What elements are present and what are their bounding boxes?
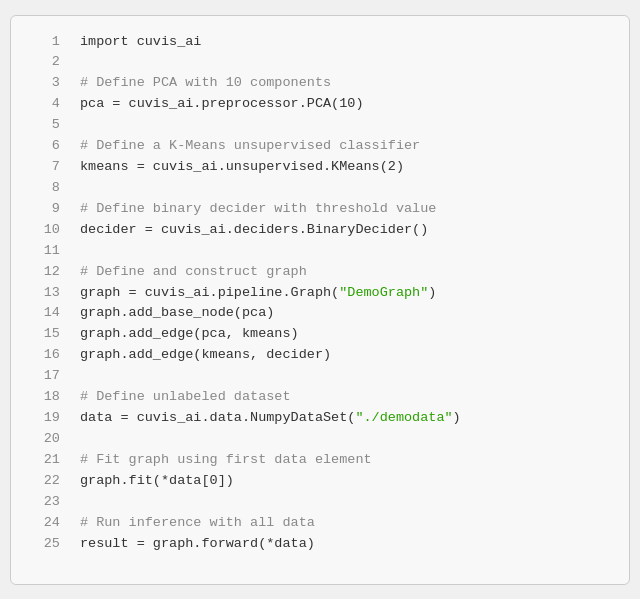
line-number: 12 xyxy=(19,262,76,283)
token-plain: pca = cuvis_ai.preprocessor.PCA(10) xyxy=(80,96,364,111)
token-comment: # Define and construct graph xyxy=(80,264,307,279)
code-line: 16graph.add_edge(kmeans, decider) xyxy=(19,345,621,366)
code-line: 21# Fit graph using first data element xyxy=(19,450,621,471)
line-number: 8 xyxy=(19,178,76,199)
code-line: 20 xyxy=(19,429,621,450)
line-content: graph.fit(*data[0]) xyxy=(76,471,621,492)
line-number: 3 xyxy=(19,73,76,94)
code-line: 22graph.fit(*data[0]) xyxy=(19,471,621,492)
code-line: 6# Define a K-Means unsupervised classif… xyxy=(19,136,621,157)
code-line: 23 xyxy=(19,492,621,513)
token-comment: # Run inference with all data xyxy=(80,515,315,530)
line-content: # Fit graph using first data element xyxy=(76,450,621,471)
line-number: 20 xyxy=(19,429,76,450)
token-plain: kmeans = cuvis_ai.unsupervised.KMeans(2) xyxy=(80,159,404,174)
code-line: 4pca = cuvis_ai.preprocessor.PCA(10) xyxy=(19,94,621,115)
code-line: 2 xyxy=(19,52,621,73)
token-comment: # Fit graph using first data element xyxy=(80,452,372,467)
code-line: 25result = graph.forward(*data) xyxy=(19,534,621,555)
line-number: 9 xyxy=(19,199,76,220)
token-comment: # Define PCA with 10 components xyxy=(80,75,331,90)
token-str: "DemoGraph" xyxy=(339,285,428,300)
line-number: 24 xyxy=(19,513,76,534)
line-content xyxy=(76,178,621,199)
code-line: 11 xyxy=(19,241,621,262)
token-str: "./demodata" xyxy=(355,410,452,425)
line-number: 10 xyxy=(19,220,76,241)
token-plain: graph = cuvis_ai.pipeline.Graph( xyxy=(80,285,339,300)
code-line: 14graph.add_base_node(pca) xyxy=(19,303,621,324)
code-line: 12# Define and construct graph xyxy=(19,262,621,283)
line-content xyxy=(76,52,621,73)
line-number: 15 xyxy=(19,324,76,345)
code-line: 18# Define unlabeled dataset xyxy=(19,387,621,408)
token-plain: decider = cuvis_ai.deciders.BinaryDecide… xyxy=(80,222,428,237)
line-number: 23 xyxy=(19,492,76,513)
line-number: 7 xyxy=(19,157,76,178)
line-content: # Define and construct graph xyxy=(76,262,621,283)
code-line: 13graph = cuvis_ai.pipeline.Graph("DemoG… xyxy=(19,283,621,304)
token-comment: # Define a K-Means unsupervised classifi… xyxy=(80,138,420,153)
code-line: 1import cuvis_ai xyxy=(19,32,621,53)
line-content xyxy=(76,115,621,136)
line-number: 1 xyxy=(19,32,76,53)
line-content: result = graph.forward(*data) xyxy=(76,534,621,555)
line-content: # Define PCA with 10 components xyxy=(76,73,621,94)
line-content: # Define binary decider with threshold v… xyxy=(76,199,621,220)
code-line: 10decider = cuvis_ai.deciders.BinaryDeci… xyxy=(19,220,621,241)
token-plain: import cuvis_ai xyxy=(80,34,202,49)
token-plain: graph.add_base_node(pca) xyxy=(80,305,274,320)
code-table: 1import cuvis_ai2 3# Define PCA with 10 … xyxy=(19,32,621,555)
token-comment: # Define unlabeled dataset xyxy=(80,389,291,404)
code-line: 5 xyxy=(19,115,621,136)
code-line: 7kmeans = cuvis_ai.unsupervised.KMeans(2… xyxy=(19,157,621,178)
line-number: 11 xyxy=(19,241,76,262)
line-number: 21 xyxy=(19,450,76,471)
line-number: 4 xyxy=(19,94,76,115)
line-content xyxy=(76,241,621,262)
code-line: 3# Define PCA with 10 components xyxy=(19,73,621,94)
line-number: 13 xyxy=(19,283,76,304)
code-line: 24# Run inference with all data xyxy=(19,513,621,534)
line-number: 18 xyxy=(19,387,76,408)
token-plain: result = graph.forward(*data) xyxy=(80,536,315,551)
token-plain: ) xyxy=(453,410,461,425)
line-number: 6 xyxy=(19,136,76,157)
token-plain: data = cuvis_ai.data.NumpyDataSet( xyxy=(80,410,355,425)
line-content: graph = cuvis_ai.pipeline.Graph("DemoGra… xyxy=(76,283,621,304)
line-content xyxy=(76,429,621,450)
token-plain: ) xyxy=(428,285,436,300)
line-content: # Define a K-Means unsupervised classifi… xyxy=(76,136,621,157)
line-number: 14 xyxy=(19,303,76,324)
line-content xyxy=(76,366,621,387)
code-line: 15graph.add_edge(pca, kmeans) xyxy=(19,324,621,345)
line-number: 17 xyxy=(19,366,76,387)
line-content: graph.add_base_node(pca) xyxy=(76,303,621,324)
token-plain: graph.add_edge(pca, kmeans) xyxy=(80,326,299,341)
code-line: 19data = cuvis_ai.data.NumpyDataSet("./d… xyxy=(19,408,621,429)
token-plain: graph.fit(*data[0]) xyxy=(80,473,234,488)
line-content: # Define unlabeled dataset xyxy=(76,387,621,408)
line-number: 19 xyxy=(19,408,76,429)
line-content: import cuvis_ai xyxy=(76,32,621,53)
code-line: 17 xyxy=(19,366,621,387)
token-plain: graph.add_edge(kmeans, decider) xyxy=(80,347,331,362)
line-content: # Run inference with all data xyxy=(76,513,621,534)
code-line: 9# Define binary decider with threshold … xyxy=(19,199,621,220)
line-number: 5 xyxy=(19,115,76,136)
line-content: graph.add_edge(pca, kmeans) xyxy=(76,324,621,345)
line-number: 25 xyxy=(19,534,76,555)
code-line: 8 xyxy=(19,178,621,199)
line-content xyxy=(76,492,621,513)
line-content: pca = cuvis_ai.preprocessor.PCA(10) xyxy=(76,94,621,115)
code-block: 1import cuvis_ai2 3# Define PCA with 10 … xyxy=(10,15,630,585)
line-number: 16 xyxy=(19,345,76,366)
line-content: graph.add_edge(kmeans, decider) xyxy=(76,345,621,366)
line-content: kmeans = cuvis_ai.unsupervised.KMeans(2) xyxy=(76,157,621,178)
line-number: 2 xyxy=(19,52,76,73)
line-content: decider = cuvis_ai.deciders.BinaryDecide… xyxy=(76,220,621,241)
line-content: data = cuvis_ai.data.NumpyDataSet("./dem… xyxy=(76,408,621,429)
token-comment: # Define binary decider with threshold v… xyxy=(80,201,436,216)
line-number: 22 xyxy=(19,471,76,492)
